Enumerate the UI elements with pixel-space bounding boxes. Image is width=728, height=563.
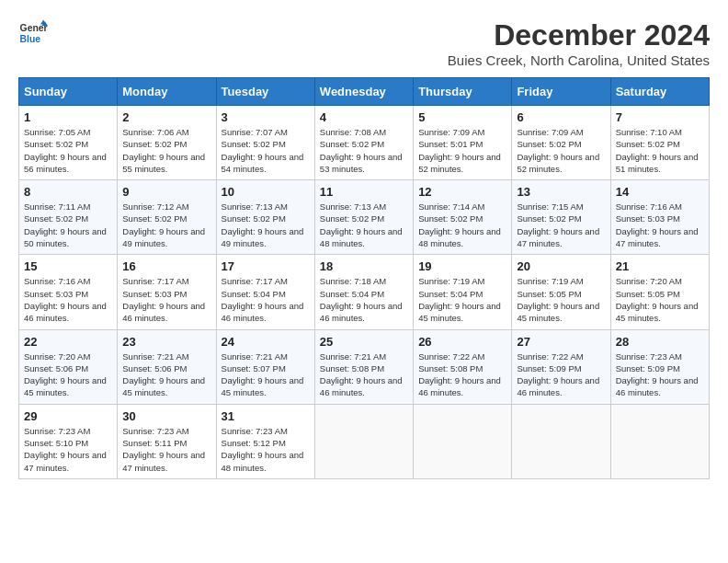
weekday-header-monday: Monday xyxy=(118,78,216,106)
calendar-cell: 24 Sunrise: 7:21 AM Sunset: 5:07 PM Dayl… xyxy=(216,329,314,404)
day-number: 28 xyxy=(616,335,704,349)
day-info: Sunrise: 7:09 AM Sunset: 5:02 PM Dayligh… xyxy=(517,126,605,175)
day-number: 2 xyxy=(122,110,210,124)
day-info: Sunrise: 7:14 AM Sunset: 5:02 PM Dayligh… xyxy=(418,201,506,249)
weekday-header-sunday: Sunday xyxy=(19,78,118,106)
calendar-cell xyxy=(512,404,610,478)
calendar-table: SundayMondayTuesdayWednesdayThursdayFrid… xyxy=(18,77,710,479)
calendar-cell: 30 Sunrise: 7:23 AM Sunset: 5:11 PM Dayl… xyxy=(118,404,216,478)
calendar-cell: 5 Sunrise: 7:09 AM Sunset: 5:01 PM Dayli… xyxy=(414,106,512,180)
calendar-cell: 4 Sunrise: 7:08 AM Sunset: 5:02 PM Dayli… xyxy=(314,106,413,180)
logo-icon: General Blue xyxy=(18,18,48,48)
calendar-cell: 2 Sunrise: 7:06 AM Sunset: 5:02 PM Dayli… xyxy=(118,106,216,180)
calendar-week-row: 15 Sunrise: 7:16 AM Sunset: 5:03 PM Dayl… xyxy=(19,255,710,329)
day-info: Sunrise: 7:16 AM Sunset: 5:03 PM Dayligh… xyxy=(616,201,704,249)
calendar-cell: 19 Sunrise: 7:19 AM Sunset: 5:04 PM Dayl… xyxy=(414,255,512,329)
day-number: 24 xyxy=(222,335,310,349)
calendar-cell: 22 Sunrise: 7:20 AM Sunset: 5:06 PM Dayl… xyxy=(19,329,118,404)
day-info: Sunrise: 7:17 AM Sunset: 5:04 PM Dayligh… xyxy=(222,275,310,324)
calendar-cell: 16 Sunrise: 7:17 AM Sunset: 5:03 PM Dayl… xyxy=(118,255,216,329)
day-info: Sunrise: 7:13 AM Sunset: 5:02 PM Dayligh… xyxy=(320,201,408,249)
calendar-cell: 8 Sunrise: 7:11 AM Sunset: 5:02 PM Dayli… xyxy=(19,180,118,255)
day-info: Sunrise: 7:17 AM Sunset: 5:03 PM Dayligh… xyxy=(122,275,210,324)
day-number: 6 xyxy=(517,110,605,124)
day-info: Sunrise: 7:21 AM Sunset: 5:07 PM Dayligh… xyxy=(222,350,310,399)
title-block: December 2024 Buies Creek, North Carolin… xyxy=(448,18,710,68)
day-info: Sunrise: 7:21 AM Sunset: 5:08 PM Dayligh… xyxy=(320,350,408,399)
day-number: 9 xyxy=(122,185,210,199)
weekday-header-row: SundayMondayTuesdayWednesdayThursdayFrid… xyxy=(19,78,710,106)
day-number: 20 xyxy=(517,259,605,273)
calendar-week-row: 29 Sunrise: 7:23 AM Sunset: 5:10 PM Dayl… xyxy=(19,404,710,478)
day-number: 15 xyxy=(24,259,112,273)
page-header: General Blue December 2024 Buies Creek, … xyxy=(18,18,710,68)
svg-text:Blue: Blue xyxy=(20,34,41,44)
weekday-header-saturday: Saturday xyxy=(610,78,709,106)
day-number: 13 xyxy=(517,185,605,199)
day-info: Sunrise: 7:23 AM Sunset: 5:09 PM Dayligh… xyxy=(616,350,704,399)
day-number: 5 xyxy=(418,110,506,124)
day-info: Sunrise: 7:12 AM Sunset: 5:02 PM Dayligh… xyxy=(122,201,210,249)
day-number: 16 xyxy=(122,259,210,273)
calendar-week-row: 8 Sunrise: 7:11 AM Sunset: 5:02 PM Dayli… xyxy=(19,180,710,255)
day-number: 12 xyxy=(418,185,506,199)
calendar-week-row: 1 Sunrise: 7:05 AM Sunset: 5:02 PM Dayli… xyxy=(19,106,710,180)
calendar-cell: 7 Sunrise: 7:10 AM Sunset: 5:02 PM Dayli… xyxy=(610,106,709,180)
calendar-cell: 13 Sunrise: 7:15 AM Sunset: 5:02 PM Dayl… xyxy=(512,180,610,255)
calendar-cell: 6 Sunrise: 7:09 AM Sunset: 5:02 PM Dayli… xyxy=(512,106,610,180)
day-info: Sunrise: 7:19 AM Sunset: 5:05 PM Dayligh… xyxy=(517,275,605,324)
day-info: Sunrise: 7:08 AM Sunset: 5:02 PM Dayligh… xyxy=(320,126,408,175)
calendar-cell: 1 Sunrise: 7:05 AM Sunset: 5:02 PM Dayli… xyxy=(19,106,118,180)
day-number: 30 xyxy=(122,409,210,423)
calendar-cell: 29 Sunrise: 7:23 AM Sunset: 5:10 PM Dayl… xyxy=(19,404,118,478)
calendar-cell xyxy=(414,404,512,478)
day-info: Sunrise: 7:18 AM Sunset: 5:04 PM Dayligh… xyxy=(320,275,408,324)
day-number: 26 xyxy=(418,335,506,349)
day-info: Sunrise: 7:07 AM Sunset: 5:02 PM Dayligh… xyxy=(222,126,310,175)
day-number: 27 xyxy=(517,335,605,349)
calendar-cell: 18 Sunrise: 7:18 AM Sunset: 5:04 PM Dayl… xyxy=(314,255,413,329)
calendar-cell: 17 Sunrise: 7:17 AM Sunset: 5:04 PM Dayl… xyxy=(216,255,314,329)
day-info: Sunrise: 7:21 AM Sunset: 5:06 PM Dayligh… xyxy=(122,350,210,399)
weekday-header-wednesday: Wednesday xyxy=(314,78,413,106)
calendar-cell: 14 Sunrise: 7:16 AM Sunset: 5:03 PM Dayl… xyxy=(610,180,709,255)
calendar-cell: 9 Sunrise: 7:12 AM Sunset: 5:02 PM Dayli… xyxy=(118,180,216,255)
calendar-cell: 11 Sunrise: 7:13 AM Sunset: 5:02 PM Dayl… xyxy=(314,180,413,255)
day-number: 3 xyxy=(222,110,310,124)
day-info: Sunrise: 7:10 AM Sunset: 5:02 PM Dayligh… xyxy=(616,126,704,175)
day-info: Sunrise: 7:16 AM Sunset: 5:03 PM Dayligh… xyxy=(24,275,112,324)
day-info: Sunrise: 7:22 AM Sunset: 5:09 PM Dayligh… xyxy=(517,350,605,399)
calendar-cell: 31 Sunrise: 7:23 AM Sunset: 5:12 PM Dayl… xyxy=(216,404,314,478)
day-info: Sunrise: 7:20 AM Sunset: 5:06 PM Dayligh… xyxy=(24,350,112,399)
calendar-cell: 21 Sunrise: 7:20 AM Sunset: 5:05 PM Dayl… xyxy=(610,255,709,329)
day-info: Sunrise: 7:06 AM Sunset: 5:02 PM Dayligh… xyxy=(122,126,210,175)
month-title: December 2024 xyxy=(448,18,710,52)
calendar-cell: 20 Sunrise: 7:19 AM Sunset: 5:05 PM Dayl… xyxy=(512,255,610,329)
day-number: 7 xyxy=(616,110,704,124)
day-info: Sunrise: 7:05 AM Sunset: 5:02 PM Dayligh… xyxy=(24,126,112,175)
weekday-header-thursday: Thursday xyxy=(414,78,512,106)
day-info: Sunrise: 7:22 AM Sunset: 5:08 PM Dayligh… xyxy=(418,350,506,399)
calendar-cell: 25 Sunrise: 7:21 AM Sunset: 5:08 PM Dayl… xyxy=(314,329,413,404)
day-info: Sunrise: 7:13 AM Sunset: 5:02 PM Dayligh… xyxy=(222,201,310,249)
day-info: Sunrise: 7:23 AM Sunset: 5:12 PM Dayligh… xyxy=(222,425,310,474)
day-number: 29 xyxy=(24,409,112,423)
day-number: 8 xyxy=(24,185,112,199)
day-info: Sunrise: 7:09 AM Sunset: 5:01 PM Dayligh… xyxy=(418,126,506,175)
calendar-cell xyxy=(314,404,413,478)
day-number: 17 xyxy=(222,259,310,273)
day-number: 19 xyxy=(418,259,506,273)
calendar-cell: 3 Sunrise: 7:07 AM Sunset: 5:02 PM Dayli… xyxy=(216,106,314,180)
location-title: Buies Creek, North Carolina, United Stat… xyxy=(448,52,710,68)
day-number: 11 xyxy=(320,185,408,199)
calendar-cell: 15 Sunrise: 7:16 AM Sunset: 5:03 PM Dayl… xyxy=(19,255,118,329)
day-info: Sunrise: 7:11 AM Sunset: 5:02 PM Dayligh… xyxy=(24,201,112,249)
day-info: Sunrise: 7:23 AM Sunset: 5:10 PM Dayligh… xyxy=(24,425,112,474)
day-number: 31 xyxy=(222,409,310,423)
day-number: 25 xyxy=(320,335,408,349)
day-number: 22 xyxy=(24,335,112,349)
calendar-cell: 26 Sunrise: 7:22 AM Sunset: 5:08 PM Dayl… xyxy=(414,329,512,404)
calendar-cell xyxy=(610,404,709,478)
calendar-cell: 10 Sunrise: 7:13 AM Sunset: 5:02 PM Dayl… xyxy=(216,180,314,255)
calendar-cell: 28 Sunrise: 7:23 AM Sunset: 5:09 PM Dayl… xyxy=(610,329,709,404)
